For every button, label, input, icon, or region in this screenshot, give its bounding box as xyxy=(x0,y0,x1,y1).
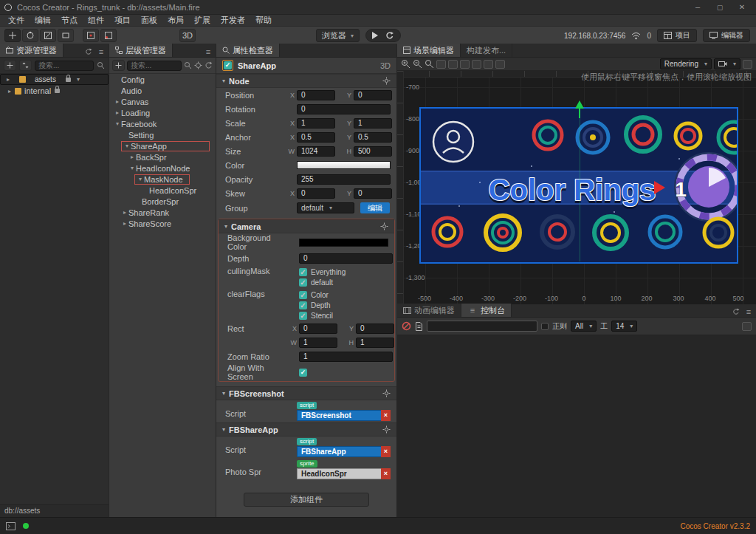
rect-tool-button[interactable] xyxy=(58,29,74,42)
collapse-logs-icon[interactable] xyxy=(742,322,752,331)
wireframe-toggle-icon[interactable] xyxy=(460,60,470,69)
refresh-icon[interactable] xyxy=(385,31,394,40)
search-icon[interactable] xyxy=(184,61,192,69)
tab-inspector[interactable]: 属性检查器 xyxy=(216,44,280,57)
culling-everything-checkbox[interactable]: Everything xyxy=(299,268,346,276)
chevron-right-icon[interactable] xyxy=(6,88,13,95)
menu-help[interactable]: 帮助 xyxy=(250,15,277,26)
node-section-header[interactable]: Node xyxy=(216,74,396,88)
add-component-button[interactable]: 添加组件 xyxy=(244,493,369,507)
gizmo-toggle-icon[interactable] xyxy=(484,60,493,69)
chevron-down-icon[interactable] xyxy=(128,165,136,171)
preview-target-dropdown[interactable]: 浏览器 xyxy=(316,29,360,42)
rendering-mode-select[interactable]: Rendering xyxy=(660,58,712,69)
group-select[interactable]: default xyxy=(297,202,354,213)
rect-w-input[interactable]: 1 xyxy=(299,338,337,348)
tab-console[interactable]: 控制台 xyxy=(461,304,512,317)
position-x-input[interactable]: 0 xyxy=(297,90,335,100)
menu-developer[interactable]: 开发者 xyxy=(216,15,250,26)
size-h-input[interactable]: 500 xyxy=(354,146,392,157)
tree-node-backspr[interactable]: BackSpr xyxy=(109,151,216,162)
node-active-checkbox[interactable] xyxy=(222,60,233,71)
move-tool-button[interactable] xyxy=(4,29,21,42)
scene-preview-image[interactable]: Color Rings Color Rings 1 xyxy=(419,107,738,264)
scale-y-input[interactable]: 1 xyxy=(354,118,392,129)
tree-node-canvas[interactable]: Canvas xyxy=(109,96,216,107)
culling-default-checkbox[interactable]: default xyxy=(299,278,346,287)
tree-node-borderspr[interactable]: BorderSpr xyxy=(109,196,216,207)
tree-node-audio[interactable]: Audio xyxy=(109,85,216,96)
hierarchy-search-input[interactable] xyxy=(127,61,182,71)
tree-node-sharerank[interactable]: ShareRank xyxy=(109,207,216,218)
rect-x-input[interactable]: 0 xyxy=(299,324,337,334)
align-with-screen-checkbox[interactable] xyxy=(299,369,307,377)
search-icon[interactable] xyxy=(97,61,105,69)
maximize-button[interactable] xyxy=(710,1,729,13)
hierarchy-menu-icon[interactable] xyxy=(203,47,213,57)
menu-edit[interactable]: 编辑 xyxy=(30,15,56,26)
tab-hierarchy[interactable]: 层级管理器 xyxy=(109,44,173,57)
y-axis-gizmo-arrow[interactable] xyxy=(575,100,584,109)
background-color-swatch[interactable] xyxy=(299,239,388,247)
zoom-ratio-input[interactable]: 1 xyxy=(299,352,393,362)
opacity-input[interactable]: 255 xyxy=(297,174,391,185)
color-swatch[interactable] xyxy=(297,161,391,169)
play-icon[interactable] xyxy=(372,32,378,39)
remove-icon[interactable]: × xyxy=(381,468,391,479)
create-asset-button[interactable] xyxy=(4,60,16,71)
edit-group-button[interactable]: 编辑 xyxy=(360,202,390,213)
gear-icon[interactable] xyxy=(382,425,391,434)
zoom-in-icon[interactable] xyxy=(401,59,410,69)
clearflag-depth-checkbox[interactable]: Depth xyxy=(299,301,333,309)
chevron-right-icon[interactable] xyxy=(121,209,128,216)
open-editor-button[interactable]: 编辑器 xyxy=(703,29,750,42)
assets-search-input[interactable] xyxy=(35,61,94,71)
console-output-area[interactable] xyxy=(397,335,756,517)
menu-panel[interactable]: 面板 xyxy=(136,15,162,26)
pivot-toggle-button[interactable] xyxy=(83,29,99,42)
log-filter-input[interactable] xyxy=(427,321,537,332)
asset-item-assets[interactable]: assets xyxy=(0,74,109,85)
log-file-icon[interactable] xyxy=(415,322,423,331)
zoom-reset-icon[interactable] xyxy=(425,59,434,69)
position-y-input[interactable]: 0 xyxy=(354,90,392,100)
rotate-tool-button[interactable] xyxy=(22,29,38,42)
regex-checkbox[interactable] xyxy=(541,323,549,330)
anchor-x-input[interactable]: 0.5 xyxy=(297,132,335,143)
rect-h-input[interactable]: 1 xyxy=(356,338,394,348)
chevron-right-icon[interactable] xyxy=(4,76,12,83)
tree-node-headiconspr[interactable]: HeadIconSpr xyxy=(109,185,216,196)
stats-toggle-icon[interactable] xyxy=(472,60,481,69)
chevron-right-icon[interactable] xyxy=(128,154,136,160)
grid-toggle-icon[interactable] xyxy=(436,60,446,69)
tree-node-sharescore[interactable]: ShareScore xyxy=(109,218,216,229)
close-button[interactable] xyxy=(732,1,752,13)
menu-project[interactable]: 项目 xyxy=(109,15,136,26)
chevron-right-icon[interactable] xyxy=(121,220,128,227)
rotation-input[interactable]: 0 xyxy=(297,104,391,114)
assets-menu-icon[interactable] xyxy=(96,47,106,57)
rect-y-input[interactable]: 0 xyxy=(356,324,394,334)
fbscreenshot-section-header[interactable]: FBScreenshot xyxy=(216,386,396,400)
anchor-y-input[interactable]: 0.5 xyxy=(354,132,392,143)
refresh-icon[interactable] xyxy=(731,307,741,317)
tree-node-shareapp[interactable]: ShareApp xyxy=(109,140,216,151)
clearflag-stencil-checkbox[interactable]: Stencil xyxy=(299,312,333,320)
menu-extension[interactable]: 扩展 xyxy=(189,15,216,26)
align-toggle-icon[interactable] xyxy=(495,60,505,69)
refresh-icon[interactable] xyxy=(205,61,213,69)
remove-icon[interactable]: × xyxy=(381,410,391,421)
coordinate-toggle-button[interactable] xyxy=(100,29,117,42)
tree-node-masknode[interactable]: MaskNode xyxy=(109,174,216,185)
tab-animation-editor[interactable]: 动画编辑器 xyxy=(397,304,461,317)
panel-menu-icon[interactable] xyxy=(743,307,754,317)
skew-y-input[interactable]: 0 xyxy=(354,188,392,199)
camera-view-select[interactable] xyxy=(714,58,740,69)
tree-node-loading[interactable]: Loading xyxy=(109,107,216,118)
font-size-select[interactable]: 14 xyxy=(611,321,637,332)
menu-layout[interactable]: 布局 xyxy=(162,15,189,26)
gear-icon[interactable] xyxy=(382,77,391,85)
menu-component[interactable]: 组件 xyxy=(83,15,109,26)
scale-x-input[interactable]: 1 xyxy=(297,118,335,129)
scene-viewport[interactable]: 使用鼠标右键平移视窗焦点，使用滚轮缩放视图 -700 -800 -900 -1,… xyxy=(397,71,756,304)
